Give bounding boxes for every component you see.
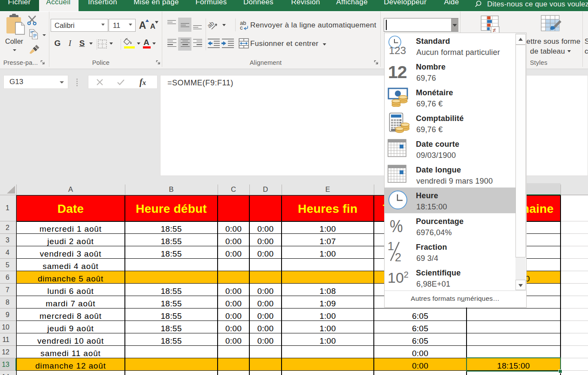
svg-text:2: 2	[395, 251, 401, 263]
svg-text:1: 1	[388, 241, 394, 253]
svg-text:c: c	[240, 24, 243, 30]
